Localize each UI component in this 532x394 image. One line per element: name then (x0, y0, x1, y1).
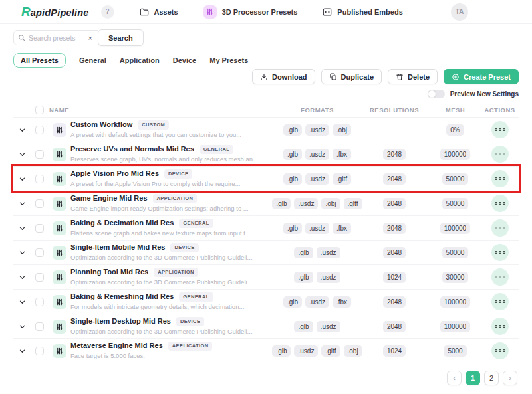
row-expand-chevron[interactable] (13, 323, 31, 330)
pagination-page-1[interactable]: 1 (466, 371, 480, 385)
format-chip: .fbx (332, 223, 351, 234)
duplicate-button[interactable]: Duplicate (321, 69, 382, 84)
table-row: Game Engine Mid Res APPLICATION Game Eng… (13, 191, 519, 215)
preset-name[interactable]: Game Engine Mid Res (70, 194, 148, 203)
preset-tabs: All Presets General Application Device M… (13, 53, 519, 68)
resolution-value: 2048 (383, 321, 406, 332)
tab-all-presets[interactable]: All Presets (13, 53, 66, 68)
row-expand-chevron[interactable] (13, 175, 31, 183)
pagination-next-button[interactable]: › (503, 371, 517, 385)
row-checkbox[interactable] (35, 273, 44, 282)
preset-name[interactable]: Apple Vision Pro Mid Res (70, 169, 159, 179)
resolution-value: 2048 (383, 296, 406, 308)
tab-my-presets[interactable]: My Presets (209, 56, 248, 64)
format-chip: .usdz (317, 247, 340, 258)
ellipsis-icon (503, 325, 505, 328)
delete-button[interactable]: Delete (388, 69, 438, 84)
format-chip: .usdz (305, 149, 329, 160)
row-checkbox[interactable] (35, 175, 44, 183)
row-expand-chevron[interactable] (13, 225, 31, 232)
row-expand-chevron[interactable] (13, 298, 31, 306)
resolution-value: 2048 (383, 247, 406, 258)
row-actions-button[interactable] (491, 219, 509, 237)
row-actions-button[interactable] (491, 146, 509, 163)
format-chip: .glb (283, 124, 302, 136)
formats-cell: .glb.usdz.fbx (275, 149, 359, 160)
format-chip: .usdz (305, 124, 329, 136)
table-row: Apple Vision Pro Mid Res DEVICE A preset… (13, 166, 519, 191)
preset-name[interactable]: Baking & Remeshing Mid Res (70, 292, 174, 302)
format-chip: .glb (283, 223, 302, 234)
rapidpipeline-logo[interactable]: RapidPipeline (21, 5, 89, 18)
row-actions-button[interactable] (491, 121, 509, 138)
preset-sliders-icon (53, 320, 66, 334)
tab-device[interactable]: Device (173, 56, 196, 64)
user-avatar[interactable]: TA (451, 3, 468, 21)
ellipsis-icon (499, 177, 501, 180)
row-checkbox[interactable] (35, 322, 44, 331)
nav-item-3d-processor-presets[interactable]: 3D Processor Presets (203, 5, 298, 19)
format-chip: .usdz (305, 223, 329, 234)
row-actions-button[interactable] (491, 268, 509, 286)
ellipsis-icon (499, 251, 501, 254)
clear-icon[interactable]: × (87, 34, 94, 42)
format-chip: .obj (332, 124, 351, 136)
format-chip: .glb (283, 296, 302, 308)
row-expand-chevron[interactable] (13, 126, 31, 134)
ellipsis-icon (495, 202, 497, 205)
preview-new-settings-toggle[interactable] (428, 90, 445, 98)
preset-name[interactable]: Custom Workflow (70, 120, 132, 130)
download-button[interactable]: Download (252, 69, 315, 84)
row-checkbox[interactable] (35, 199, 44, 208)
header-formats: FORMATS (275, 106, 359, 114)
mesh-value: 50000 (442, 198, 469, 209)
row-actions-button[interactable] (491, 244, 509, 261)
row-checkbox[interactable] (35, 347, 44, 355)
row-actions-button[interactable] (491, 195, 509, 212)
preset-category-tag: GENERAL (179, 292, 213, 301)
preset-name[interactable]: Planning Tool Mid Res (70, 268, 148, 277)
format-chip: .usdz (294, 345, 318, 357)
row-checkbox[interactable] (35, 126, 44, 134)
row-actions-button[interactable] (491, 293, 509, 310)
preset-description: A preset for the Apple Vision Pro to com… (70, 180, 270, 188)
create-preset-button[interactable]: Create Preset (444, 69, 519, 84)
format-chip: .usdz (305, 296, 329, 308)
row-checkbox[interactable] (35, 248, 44, 257)
row-expand-chevron[interactable] (13, 249, 31, 256)
row-checkbox[interactable] (35, 298, 44, 306)
preset-name[interactable]: Single-Item Desktop Mid Res (70, 317, 171, 326)
nav-item-published-embeds[interactable]: Published Embeds (323, 7, 402, 17)
tab-general[interactable]: General (79, 56, 106, 64)
search-button[interactable]: Search (98, 29, 144, 46)
pagination-page-2[interactable]: 2 (484, 371, 499, 385)
row-checkbox[interactable] (35, 224, 44, 233)
row-actions-button[interactable] (491, 170, 509, 187)
header-actions: ACTIONS (481, 106, 519, 114)
table-row: Preserve UVs and Normals Mid Res GENERAL… (13, 142, 519, 166)
format-chip: .glb (272, 345, 291, 357)
row-expand-chevron[interactable] (13, 274, 31, 281)
duplicate-label: Duplicate (341, 73, 374, 81)
row-expand-chevron[interactable] (13, 151, 31, 158)
preset-name[interactable]: Single-Item Mobile Mid Res (70, 243, 165, 252)
select-all-checkbox[interactable] (35, 106, 44, 114)
ellipsis-icon (503, 349, 505, 352)
ellipsis-icon (499, 227, 501, 229)
row-actions-button[interactable] (491, 342, 509, 359)
row-expand-chevron[interactable] (13, 347, 31, 355)
search-input[interactable] (29, 34, 80, 42)
ellipsis-icon (495, 300, 497, 303)
preset-name[interactable]: Metaverse Engine Mid Res (70, 342, 163, 351)
preset-name[interactable]: Baking & Decimation Mid Res (70, 219, 174, 228)
tab-application[interactable]: Application (120, 56, 160, 64)
help-button[interactable]: ? (101, 5, 114, 19)
pagination-prev-button[interactable]: ‹ (447, 371, 462, 385)
preset-name[interactable]: Preserve UVs and Normals Mid Res (70, 145, 194, 154)
row-checkbox[interactable] (35, 150, 44, 159)
nav-item-assets[interactable]: Assets (140, 7, 178, 17)
format-chip: .glb (283, 149, 302, 160)
resolution-value: 2048 (383, 223, 406, 234)
row-expand-chevron[interactable] (13, 200, 31, 207)
row-actions-button[interactable] (491, 318, 509, 335)
